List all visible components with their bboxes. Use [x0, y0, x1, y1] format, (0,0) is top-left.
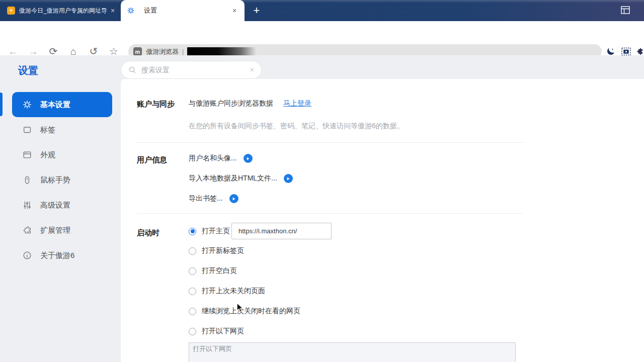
section-label-account-sync: 账户与同步 — [137, 100, 175, 109]
search-icon — [128, 66, 136, 74]
sync-detail-text: 在您的所有设备间同步书签、密码、笔记、快速访问等傲游6的数据。 — [189, 122, 404, 131]
settings-page: 设置 × 基本设置 标签 — [0, 55, 644, 362]
radio-open-blank-page[interactable] — [189, 267, 196, 275]
search-input[interactable] — [141, 66, 250, 74]
startup-url-list-textarea[interactable] — [189, 342, 516, 362]
radio-label: 打开空白页 — [202, 266, 237, 276]
sidebar-item-label: 关于傲游6 — [40, 251, 74, 260]
user-info-row: 导入本地数据及HTML文件... — [189, 173, 293, 184]
radio-label: 打开新标签页 — [202, 246, 244, 255]
homepage-url-input[interactable] — [231, 223, 332, 239]
sidebar-item-label: 标签 — [40, 125, 55, 135]
user-info-row: 导出书签... — [189, 193, 238, 204]
startup-option-row[interactable]: 打开以下网页 — [189, 326, 244, 337]
open-username-avatar-button[interactable] — [244, 154, 253, 163]
sidebar-item-basic-settings[interactable]: 基本设置 — [12, 92, 112, 117]
radio-open-following-pages[interactable] — [189, 328, 196, 335]
radio-label: 打开上次未关闭页面 — [202, 287, 265, 296]
settings-gear-icon — [127, 7, 135, 15]
sidebar-item-tabs[interactable]: 标签 — [12, 117, 112, 142]
clear-search-icon[interactable]: × — [250, 66, 254, 74]
puzzle-icon — [22, 225, 32, 235]
startup-option-row[interactable]: 打开空白页 — [189, 265, 237, 277]
tab-icon — [22, 125, 32, 135]
close-icon[interactable]: × — [230, 7, 238, 15]
startup-option-row[interactable]: 继续浏览上次关闭时在看的网页 — [189, 306, 300, 317]
tab-settings[interactable]: 设置 × — [121, 0, 245, 21]
sidebar-item-label: 外观 — [40, 150, 55, 160]
address-separator: | — [182, 48, 184, 55]
tab-maxthon-today[interactable]: ☀ 傲游今日_傲游用户专属的网址导 × — [4, 0, 120, 21]
startup-option-row[interactable]: 打开上次未关闭页面 — [189, 286, 265, 297]
page-title: 设置 — [18, 64, 38, 77]
radio-label: 打开以下网页 — [202, 327, 244, 336]
sidebar-item-label: 扩展管理 — [40, 226, 70, 235]
radio-continue-browsing[interactable] — [189, 308, 196, 315]
browser-window: ☀ 傲游今日_傲游用户专属的网址导 × 设置 × + ← → ⟳ ⌂ — [0, 0, 644, 362]
new-tab-button[interactable]: + — [250, 4, 264, 18]
window-layout-icon[interactable] — [620, 5, 631, 16]
mouse-icon — [22, 175, 32, 185]
sync-description: 与傲游账户同步浏览器数据 — [189, 99, 273, 108]
radio-open-last-unclosed[interactable] — [189, 288, 196, 295]
account-sync-row: 与傲游账户同步浏览器数据 马上登录 — [189, 98, 311, 109]
toolbar: ← → ⟳ ⌂ ↺ ☆ m 傲游浏览器 | — [0, 21, 644, 55]
settings-content-panel: 账户与同步 与傲游账户同步浏览器数据 马上登录 在您的所有设备间同步书签、密码、… — [121, 79, 644, 362]
sidebar-item-about[interactable]: 关于傲游6 — [12, 243, 112, 268]
section-divider — [137, 213, 523, 214]
account-sync-subrow: 在您的所有设备间同步书签、密码、笔记、快速访问等傲游6的数据。 — [189, 121, 404, 132]
settings-search[interactable]: × — [121, 61, 262, 79]
redacted-url — [187, 47, 257, 56]
radio-open-new-tab[interactable] — [189, 247, 196, 255]
sliders-icon — [22, 200, 32, 210]
login-now-link[interactable]: 马上登录 — [283, 99, 311, 108]
radio-open-homepage[interactable] — [189, 228, 196, 235]
open-export-button[interactable] — [229, 194, 238, 203]
import-data-label: 导入本地数据及HTML文件... — [189, 174, 277, 183]
startup-option-row[interactable]: 打开新标签页 — [189, 245, 244, 256]
sidebar-item-label: 高级设置 — [40, 201, 70, 210]
site-name: 傲游浏览器 — [146, 47, 179, 56]
open-import-button[interactable] — [284, 174, 293, 183]
maxthon-m-icon: m — [133, 47, 142, 56]
sidebar-item-appearance[interactable]: 外观 — [12, 142, 112, 167]
tab-title: 傲游今日_傲游用户专属的网址导 — [19, 7, 109, 15]
tab-bar: ☀ 傲游今日_傲游用户专属的网址导 × 设置 × + — [0, 0, 644, 21]
maxthon-today-sun-icon: ☀ — [7, 7, 15, 15]
info-icon — [22, 250, 32, 260]
section-label-startup: 启动时 — [137, 228, 159, 238]
active-item-accent — [0, 93, 3, 116]
tab-title: 设置 — [144, 6, 230, 15]
sidebar-item-label: 基本设置 — [40, 100, 70, 110]
mouse-cursor — [236, 303, 244, 315]
username-avatar-label: 用户名和头像... — [189, 154, 237, 163]
appearance-window-icon — [22, 150, 32, 160]
sidebar-item-label: 鼠标手势 — [40, 175, 70, 185]
startup-option-row[interactable]: 打开主页 — [189, 226, 230, 237]
radio-label: 打开主页 — [202, 227, 230, 236]
radio-label: 继续浏览上次关闭时在看的网页 — [202, 307, 300, 316]
gear-icon — [22, 100, 32, 110]
export-bookmarks-label: 导出书签... — [189, 194, 223, 203]
section-label-user-info: 用户信息 — [137, 155, 167, 165]
close-icon[interactable]: × — [109, 7, 117, 15]
user-info-row: 用户名和头像... — [189, 153, 253, 164]
section-divider — [137, 142, 523, 143]
sidebar-item-extensions[interactable]: 扩展管理 — [12, 218, 112, 243]
sidebar-item-mouse-gestures[interactable]: 鼠标手势 — [12, 167, 112, 193]
sidebar-item-advanced-settings[interactable]: 高级设置 — [12, 193, 112, 218]
